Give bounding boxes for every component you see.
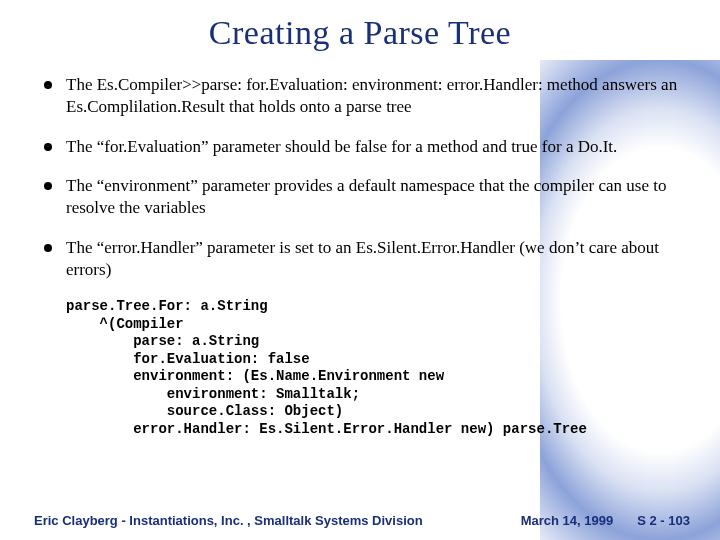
bullet-item: The “for.Evaluation” parameter should be… <box>40 136 684 158</box>
slide-title: Creating a Parse Tree <box>30 14 690 52</box>
footer-date: March 14, 1999 <box>521 513 614 528</box>
bullet-item: The “environment” parameter provides a d… <box>40 175 684 219</box>
bullet-list: The Es.Compiler>>parse: for.Evaluation: … <box>40 74 684 280</box>
bullet-text: The “for.Evaluation” parameter should be… <box>66 137 617 156</box>
slide: Creating a Parse Tree The Es.Compiler>>p… <box>0 0 720 540</box>
bullet-text: The “environment” parameter provides a d… <box>66 176 666 217</box>
bullet-text: The “error.Handler” parameter is set to … <box>66 238 659 279</box>
bullet-text: The Es.Compiler>>parse: for.Evaluation: … <box>66 75 677 116</box>
footer-org: Eric Clayberg - Instantiations, Inc. , S… <box>34 513 497 528</box>
code-block: parse.Tree.For: a.String ^(Compiler pars… <box>66 298 690 438</box>
footer: Eric Clayberg - Instantiations, Inc. , S… <box>0 513 720 528</box>
bullet-item: The Es.Compiler>>parse: for.Evaluation: … <box>40 74 684 118</box>
bullet-item: The “error.Handler” parameter is set to … <box>40 237 684 281</box>
footer-page: S 2 - 103 <box>637 513 690 528</box>
